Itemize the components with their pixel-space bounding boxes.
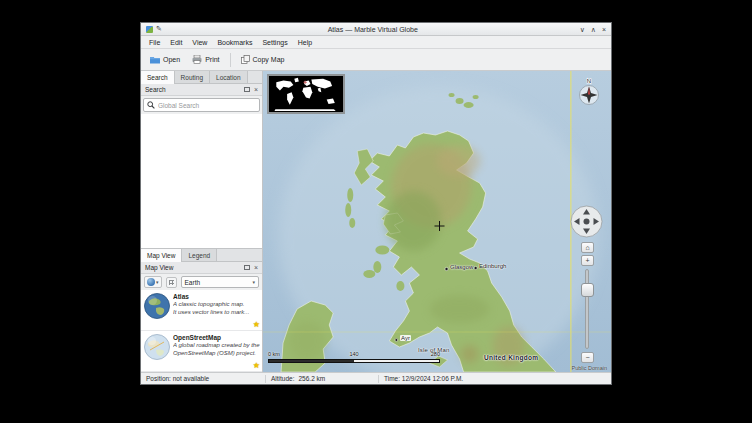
chevron-down-icon: ▾ [156, 279, 159, 285]
atlas-globe-thumbnail [144, 293, 170, 319]
favorite-star-icon[interactable]: ★ [253, 361, 260, 370]
search-tabs: Search Routing Location [141, 71, 262, 84]
status-position: Position: not available [141, 375, 265, 382]
map-theme-description: A global roadmap created by the OpenStre… [173, 342, 260, 358]
map-attribution: Public Domain [572, 365, 607, 371]
country-label-united-kingdom: United Kingdom [484, 354, 538, 361]
city-label-ayr: Ayr [400, 335, 411, 341]
toolbar: Open Print Copy Map [141, 49, 611, 71]
menu-bookmarks[interactable]: Bookmarks [212, 39, 257, 46]
scale-segment [269, 360, 354, 362]
map-view-controls: ▾ Earth ▾ [141, 274, 262, 290]
open-folder-icon [150, 55, 160, 64]
zoom-slider-track[interactable] [585, 269, 589, 349]
close-button[interactable]: × [602, 26, 606, 33]
tab-routing[interactable]: Routing [175, 71, 210, 83]
panel-float-icon[interactable] [244, 265, 250, 270]
navigation-pad[interactable] [570, 205, 603, 238]
favorite-star-icon[interactable]: ★ [253, 320, 260, 329]
map-theme-description: A classic topographic map. It uses vecto… [173, 301, 260, 317]
zoom-in-button[interactable]: + [581, 255, 594, 266]
map-theme-name: Atlas [173, 293, 260, 300]
copy-map-button[interactable]: Copy Map [236, 52, 290, 67]
sidebar: Search Routing Location Search × [141, 71, 263, 372]
world-map-icon [269, 76, 343, 112]
panel-close-icon[interactable]: × [254, 264, 258, 271]
titlebar[interactable]: ✎ Atlas — Marble Virtual Globe ∨ ∧ × [141, 23, 611, 36]
map-canvas[interactable]: N ⌂ [263, 71, 611, 372]
celestial-body-value: Earth [185, 279, 201, 286]
map-theme-item-openstreetmap[interactable]: OpenStreetMap A global roadmap created b… [141, 331, 262, 372]
zoom-slider-thumb[interactable] [581, 283, 594, 297]
celestial-body-icon-button[interactable]: ▾ [144, 276, 162, 288]
app-icon [146, 26, 153, 33]
chevron-down-icon: ▾ [252, 279, 255, 285]
printer-icon [192, 55, 202, 64]
tab-location[interactable]: Location [210, 71, 248, 83]
menu-file[interactable]: File [144, 39, 165, 46]
globe-icon [147, 278, 155, 286]
global-search-box[interactable] [143, 98, 260, 112]
print-button[interactable]: Print [187, 52, 224, 67]
celestial-body-select[interactable]: Earth ▾ [181, 276, 259, 288]
home-button[interactable]: ⌂ [581, 242, 594, 253]
city-label-edinburgh: Edinburgh [479, 263, 506, 269]
tab-map-view[interactable]: Map View [141, 249, 182, 261]
view-tabs: Map View Legend [141, 249, 262, 262]
tab-legend[interactable]: Legend [182, 249, 217, 261]
map-view-panel-header: Map View × [141, 262, 262, 274]
menubar: File Edit View Bookmarks Settings Help [141, 36, 611, 49]
zoom-out-button[interactable]: − [581, 352, 594, 363]
maximize-button[interactable]: ∧ [591, 26, 596, 33]
tab-search[interactable]: Search [141, 71, 175, 83]
altitude-value: 256.2 km [299, 375, 326, 382]
scale-bar: 0 km 140 280 [268, 351, 440, 365]
osm-globe-thumbnail [144, 334, 170, 360]
search-input[interactable] [158, 102, 256, 109]
menu-view[interactable]: View [187, 39, 212, 46]
toolbar-separator [230, 53, 231, 67]
city-label-glasgow: Glasgow [450, 264, 473, 270]
altitude-label: Altitude: [271, 375, 295, 382]
scale-end-label: 280 [431, 351, 440, 357]
map-view-panel-title: Map View [145, 264, 244, 271]
map-theme-list[interactable]: Atlas A classic topographic map. It uses… [141, 290, 262, 372]
compass-north-label: N [587, 78, 591, 84]
search-results-area[interactable] [141, 114, 262, 248]
search-panel-header: Search × [141, 84, 262, 96]
scale-segment [354, 360, 439, 362]
copy-icon [241, 55, 250, 64]
map-theme-name: OpenStreetMap [173, 334, 260, 341]
marble-window: ✎ Atlas — Marble Virtual Globe ∨ ∧ × Fil… [140, 22, 612, 385]
status-time: Time: 12/9/2024 12:06 P.M. [379, 375, 468, 382]
menu-edit[interactable]: Edit [165, 39, 187, 46]
overview-map[interactable] [267, 74, 345, 114]
annotate-pen-icon: ✎ [156, 25, 162, 33]
desktop-background: ✎ Atlas — Marble Virtual Globe ∨ ∧ × Fil… [0, 0, 752, 423]
panel-close-icon[interactable]: × [254, 86, 258, 93]
scale-mid-label: 140 [349, 351, 358, 357]
menu-settings[interactable]: Settings [257, 39, 292, 46]
navigation-pad-icon [570, 205, 603, 238]
window-title: Atlas — Marble Virtual Globe [166, 26, 580, 33]
panel-float-icon[interactable] [244, 87, 250, 92]
minimize-button[interactable]: ∨ [580, 26, 585, 33]
scale-zero-label: 0 km [268, 351, 280, 357]
menu-help[interactable]: Help [293, 39, 317, 46]
status-altitude: Altitude: 256.2 km [266, 375, 378, 382]
search-panel-title: Search [145, 86, 244, 93]
map-theme-item-atlas[interactable]: Atlas A classic topographic map. It uses… [141, 290, 262, 331]
search-icon [147, 101, 155, 109]
compass-icon: N [576, 76, 602, 106]
topographic-map [263, 71, 611, 372]
statusbar: Position: not available Altitude: 256.2 … [141, 372, 611, 384]
open-button[interactable]: Open [145, 52, 185, 67]
compass-rose[interactable]: N [576, 76, 602, 106]
map-thumbnail-view-icon[interactable] [166, 277, 177, 288]
